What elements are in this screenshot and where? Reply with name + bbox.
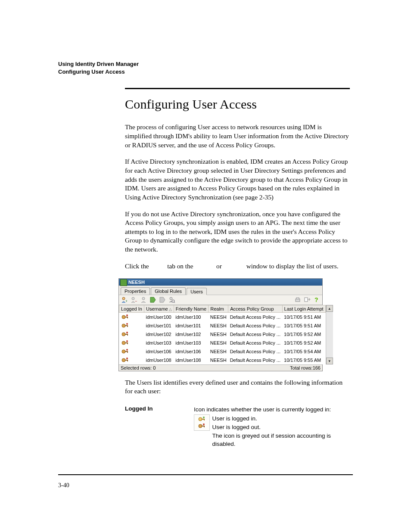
cell-apg: Default Access Policy ...	[228, 347, 282, 356]
cell-friendly: idmUser103	[174, 339, 209, 347]
cell-realm: NEESH	[209, 321, 228, 330]
cell-last-login: 10/17/05 9:54 AM	[282, 347, 325, 356]
export-icon[interactable]	[303, 296, 311, 304]
table-row[interactable]: idmUser106idmUser106NEESHDefault Access …	[119, 347, 326, 356]
cell-apg: Default Access Policy ...	[228, 339, 282, 347]
svg-text:+: +	[125, 299, 128, 303]
col-apg[interactable]: Access Policy Group	[228, 305, 282, 313]
users-window: NEESH Properties Global Rules Users + − …	[118, 278, 323, 371]
status-bar: Selected rows: 0 Total rows:166	[119, 364, 322, 371]
window-title: NEESH	[128, 280, 145, 285]
tag-green-icon[interactable]	[149, 296, 157, 304]
table-row[interactable]: idmUser102idmUser102NEESHDefault Access …	[119, 330, 326, 339]
status-icons-box	[194, 414, 210, 431]
cell-friendly: idmUser108	[174, 356, 209, 364]
doc-header-line1: Using Identity Driven Manager	[58, 60, 353, 68]
svg-rect-28	[127, 360, 128, 361]
col-last-login[interactable]: Last Login Attempt	[282, 305, 325, 313]
logged-out-icon	[121, 331, 143, 338]
col-logged-in[interactable]: Logged In	[119, 305, 144, 313]
svg-rect-9	[296, 298, 299, 299]
section-title: Configuring User Access	[125, 97, 353, 112]
users-table: Logged In Username△ Friendly Name Realm …	[119, 305, 326, 364]
scroll-down-button[interactable]: ▼	[326, 358, 333, 364]
cell-last-login: 10/17/05 9:51 AM	[282, 313, 325, 322]
toolbar: + − ?	[119, 295, 322, 305]
paragraph-3: If you do not use Active Directory synch…	[125, 210, 349, 254]
svg-point-0	[122, 297, 125, 300]
doc-header-line2: Configuring User Access	[58, 68, 353, 76]
p4-d: window to display the list of users.	[246, 262, 339, 270]
user-icon[interactable]	[140, 296, 147, 304]
cell-logged-in	[119, 356, 144, 364]
col-username[interactable]: Username△	[144, 305, 174, 313]
tab-users[interactable]: Users	[187, 288, 207, 295]
window-titlebar[interactable]: NEESH	[119, 279, 322, 286]
cell-logged-in	[119, 339, 144, 347]
col-friendly-name[interactable]: Friendly Name	[174, 305, 209, 313]
remove-user-icon[interactable]: −	[130, 296, 138, 304]
cell-realm: NEESH	[209, 347, 228, 356]
vertical-scrollbar[interactable]: ▲ ▼	[326, 305, 333, 364]
cell-username: idmUser101	[144, 321, 174, 330]
svg-point-20	[126, 332, 128, 333]
tab-properties[interactable]: Properties	[121, 287, 150, 295]
cell-realm: NEESH	[209, 339, 228, 347]
tab-global-rules[interactable]: Global Rules	[151, 287, 186, 295]
cell-logged-in	[119, 330, 144, 339]
definition-line4: The icon is greyed out if session accoun…	[212, 432, 349, 448]
svg-rect-22	[127, 342, 128, 344]
table-row[interactable]: idmUser103idmUser103NEESHDefault Access …	[119, 339, 326, 347]
svg-text:−: −	[135, 299, 137, 303]
svg-point-29	[126, 358, 128, 359]
svg-rect-8	[296, 299, 300, 302]
scroll-up-button[interactable]: ▲	[326, 305, 333, 312]
paragraph-2: If Active Directory synchronization is e…	[125, 157, 349, 202]
definition-row: Logged In Icon indicates whether the use…	[125, 405, 349, 448]
find-user-icon[interactable]	[168, 296, 176, 304]
cell-last-login: 10/17/05 9:55 AM	[282, 356, 325, 364]
add-user-icon[interactable]: +	[121, 296, 128, 304]
svg-point-23	[126, 340, 128, 342]
cell-last-login: 10/17/05 9:52 AM	[282, 339, 325, 347]
horizontal-rule	[125, 88, 350, 89]
cell-friendly: idmUser101	[174, 321, 209, 330]
p4-a: Click the	[125, 262, 150, 270]
status-selected-rows: Selected rows: 0	[121, 365, 156, 370]
page-number: 3-40	[58, 479, 353, 489]
table-row[interactable]: idmUser101idmUser101NEESHDefault Access …	[119, 321, 326, 330]
cell-logged-in	[119, 313, 144, 322]
logged-out-icon	[198, 423, 206, 429]
svg-rect-10	[305, 298, 308, 302]
cell-apg: Default Access Policy ...	[228, 330, 282, 339]
cell-logged-in	[119, 347, 144, 356]
definition-term: Logged In	[125, 405, 194, 448]
after-image-paragraph: The Users list identifies every defined …	[125, 378, 349, 396]
help-icon[interactable]: ?	[313, 296, 321, 304]
logged-out-icon	[121, 322, 143, 329]
col-realm[interactable]: Realm	[209, 305, 228, 313]
svg-point-17	[126, 323, 128, 325]
logged-out-icon	[121, 339, 143, 346]
cell-friendly: idmUser106	[174, 347, 209, 356]
svg-point-2	[132, 297, 134, 300]
paragraph-4: Click the Users tab on the Realms or Dom…	[125, 262, 349, 271]
svg-rect-16	[127, 325, 128, 327]
logged-out-icon	[121, 357, 143, 364]
definition-line2: User is logged in.	[212, 414, 349, 423]
cell-friendly: idmUser100	[174, 313, 209, 322]
logged-out-icon	[121, 348, 143, 355]
cell-realm: NEESH	[209, 356, 228, 364]
svg-line-7	[174, 302, 175, 303]
table-row[interactable]: idmUser100idmUser100NEESHDefault Access …	[119, 313, 326, 322]
tag-grey-icon[interactable]	[159, 296, 166, 304]
cell-username: idmUser100	[144, 313, 174, 322]
cell-realm: NEESH	[209, 330, 228, 339]
table-row[interactable]: idmUser108idmUser108NEESHDefault Access …	[119, 356, 326, 364]
svg-point-26	[126, 349, 128, 351]
svg-point-14	[126, 314, 128, 316]
svg-rect-13	[127, 317, 128, 318]
svg-point-35	[203, 423, 205, 425]
cell-logged-in	[119, 321, 144, 330]
print-icon[interactable]	[294, 296, 302, 304]
